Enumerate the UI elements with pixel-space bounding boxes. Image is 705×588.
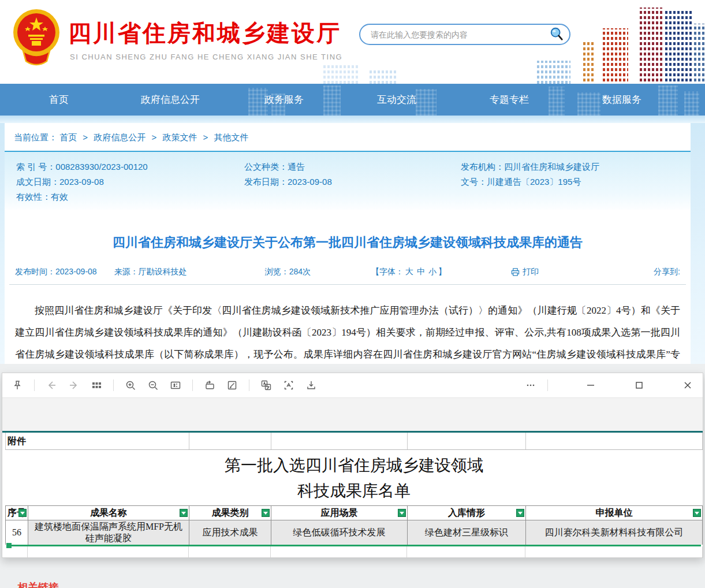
search-input[interactable] xyxy=(370,29,549,40)
nav-item-topics[interactable]: 专题专栏 xyxy=(490,84,529,116)
nav-item-interaction[interactable]: 互动交流 xyxy=(377,84,416,116)
site-header: 四川省住房和城乡建设厅 SI CHUAN SHENG ZHU FANG HE C… xyxy=(0,0,705,84)
city-skyline-faint xyxy=(370,69,396,84)
lower-section: 附件 第一批入选四川省住房城乡建设领域 科技成果库名单 序号 成果名称 成果类别… xyxy=(0,364,705,588)
meta-written-date: 成文日期：2023-09-08 xyxy=(16,174,244,189)
font-size-control: 【字体：大中小】 xyxy=(371,267,446,277)
meta-validity: 有效性：有效 xyxy=(16,189,244,204)
col-header-category: 成果类别 xyxy=(189,506,271,520)
font-size-large[interactable]: 大 xyxy=(405,267,413,276)
filter-dropdown-icon[interactable] xyxy=(516,509,524,517)
breadcrumb-policy[interactable]: 政策文件 xyxy=(162,132,197,142)
col-header-scenario: 应用场景 xyxy=(271,506,408,520)
city-skyline-faint xyxy=(323,64,358,84)
breadcrumb-separator: > xyxy=(151,132,156,142)
meta-issuing-agency: 发布机构：四川省住房和城乡建设厅 xyxy=(461,159,691,174)
nav-bottom-strip xyxy=(0,116,705,123)
cell-scenario: 绿色低碳循环技术发展 xyxy=(271,520,408,545)
article-title: 四川省住房和城乡建设厅关于公布第一批四川省住房城乡建设领域科技成果库的通告 xyxy=(5,234,691,251)
breadcrumb-home[interactable]: 首页 xyxy=(59,132,77,142)
printer-icon xyxy=(511,268,520,276)
minimize-icon[interactable] xyxy=(585,379,596,391)
nav-item-services[interactable]: 政务服务 xyxy=(264,84,304,116)
breadcrumb-separator: > xyxy=(203,132,208,142)
meta-index-number: 索 引 号：008283930/2023-00120 xyxy=(16,159,244,174)
zoom-out-icon[interactable] xyxy=(147,379,159,391)
rotate-icon[interactable] xyxy=(204,379,215,391)
meta-publish-date: 发布日期：2023-09-08 xyxy=(244,174,461,189)
meta-doc-type: 公文种类：通告 xyxy=(244,159,461,174)
zoom-in-icon[interactable] xyxy=(125,379,136,391)
nav-item-home[interactable]: 首页 xyxy=(49,84,69,116)
font-size-medium[interactable]: 中 xyxy=(417,267,425,276)
search-icon[interactable] xyxy=(549,27,565,43)
filter-dropdown-icon[interactable] xyxy=(262,509,270,517)
col-header-seq: 序号 xyxy=(6,506,28,520)
edit-icon[interactable] xyxy=(226,379,238,391)
cell-applicant: 四川赛尔科美新材料科技有限公司 xyxy=(526,520,703,545)
article-source: 来源：厅勘设科技处 xyxy=(114,267,187,277)
share-link[interactable]: 分享到: xyxy=(654,267,680,277)
fit-page-icon[interactable] xyxy=(170,379,181,391)
document-metadata-box: 索 引 号：008283930/2023-00120 公文种类：通告 发布机构：… xyxy=(5,151,691,210)
site-subtitle-pinyin: SI CHUAN SHENG ZHU FANG HE CHENG XIANG J… xyxy=(70,53,342,61)
related-links-heading[interactable]: 相关链接 xyxy=(17,580,59,588)
filter-dropdown-icon[interactable] xyxy=(18,509,27,517)
spreadsheet-area: 附件 第一批入选四川省住房城乡建设领域 科技成果库名单 序号 成果名称 成果类别… xyxy=(2,431,703,556)
empty-sheet-row xyxy=(5,546,703,557)
view-count: 浏览：284次 xyxy=(265,267,311,277)
col-header-status: 入库情形 xyxy=(408,506,526,520)
attachment-label-row: 附件 xyxy=(5,433,703,450)
col-header-name: 成果名称 xyxy=(28,506,189,520)
thumbnails-icon[interactable] xyxy=(91,379,102,391)
filter-dropdown-icon[interactable] xyxy=(693,509,701,517)
cell-category: 应用技术成果 xyxy=(189,520,271,545)
content-area: 当前位置： 首页 > 政府信息公开 > 政策文件 > 其他文件 索 引 号：00… xyxy=(5,123,691,364)
selection-handle[interactable] xyxy=(6,543,12,548)
col-header-applicant: 申报单位 xyxy=(526,506,703,520)
viewer-toolbar xyxy=(2,373,703,397)
cell-seq: 56 xyxy=(6,520,28,545)
breadcrumb: 当前位置： 首页 > 政府信息公开 > 政策文件 > 其他文件 xyxy=(5,123,691,143)
site-title: 四川省住房和城乡建设厅 xyxy=(68,17,341,49)
selection-border xyxy=(8,545,701,546)
maximize-icon[interactable] xyxy=(633,379,645,391)
print-button[interactable]: 打印 xyxy=(511,267,539,277)
national-emblem-logo xyxy=(13,7,60,67)
more-icon[interactable] xyxy=(525,379,536,391)
select-text-icon[interactable] xyxy=(283,379,294,391)
attachment-label: 附件 xyxy=(6,433,189,449)
download-icon[interactable] xyxy=(305,379,317,391)
filter-dropdown-icon[interactable] xyxy=(180,509,188,517)
search-box[interactable] xyxy=(359,24,570,45)
cell-name: 建筑楼地面保温隔声系统用MFP无机硅声能凝胶 xyxy=(28,520,189,545)
back-icon[interactable] xyxy=(46,379,57,391)
nav-item-gov-info[interactable]: 政府信息公开 xyxy=(141,84,200,116)
breadcrumb-other-docs[interactable]: 其他文件 xyxy=(214,132,249,142)
viewer-canvas-margin xyxy=(2,397,703,431)
breadcrumb-gov-info[interactable]: 政府信息公开 xyxy=(94,132,146,142)
table-row: 56 建筑楼地面保温隔声系统用MFP无机硅声能凝胶 应用技术成果 绿色低碳循环技… xyxy=(5,520,703,545)
font-size-small[interactable]: 小 xyxy=(428,267,437,276)
forward-icon[interactable] xyxy=(68,379,80,391)
meta-doc-number: 文号：川建通告〔2023〕195号 xyxy=(461,174,691,189)
city-skyline-faint xyxy=(537,61,570,84)
pin-icon[interactable] xyxy=(12,379,23,391)
city-skyline-graphic xyxy=(587,0,705,81)
nav-item-data[interactable]: 数据服务 xyxy=(602,84,641,116)
breadcrumb-separator: > xyxy=(83,132,88,142)
publish-time: 发布时间：2023-09-08 xyxy=(15,267,97,277)
cell-status: 绿色建材三星级标识 xyxy=(408,520,526,545)
article-meta-row: 发布时间：2023-09-08 来源：厅勘设科技处 浏览：284次 【字体：大中… xyxy=(9,267,686,285)
breadcrumb-label: 当前位置： xyxy=(14,132,57,142)
table-title: 第一批入选四川省住房城乡建设领域 科技成果库名单 xyxy=(5,450,703,505)
filter-dropdown-icon[interactable] xyxy=(398,509,406,517)
document-viewer-window: 附件 第一批入选四川省住房城乡建设领域 科技成果库名单 序号 成果名称 成果类别… xyxy=(2,373,703,558)
table-header-row: 序号 成果名称 成果类别 应用场景 入库情形 申报单位 xyxy=(5,505,703,520)
main-navigation: 首页 政府信息公开 政务服务 互动交流 专题专栏 数据服务 xyxy=(0,84,705,116)
translate-icon[interactable] xyxy=(260,379,272,391)
close-icon[interactable] xyxy=(682,379,693,391)
